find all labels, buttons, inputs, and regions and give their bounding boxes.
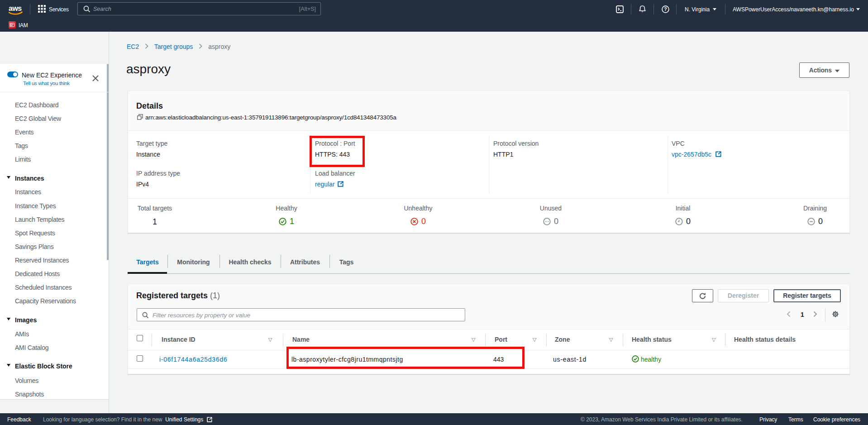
svg-text:aws: aws [9,5,22,12]
svg-text:?: ? [664,6,667,12]
